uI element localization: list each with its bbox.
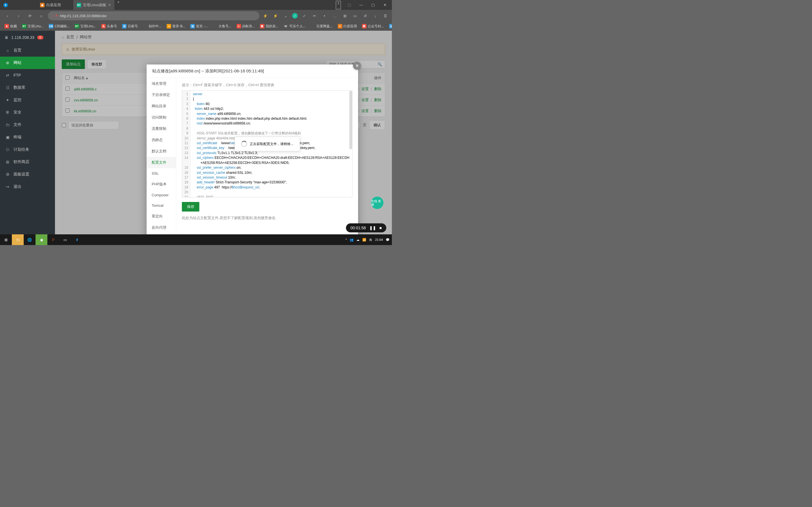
refresh-button[interactable]: ⟳ bbox=[26, 11, 35, 20]
modal-tab-11[interactable]: Tomcat bbox=[147, 200, 176, 211]
close-button[interactable]: ✕ bbox=[379, 1, 391, 9]
sidebar-item-软件商店[interactable]: ⊞软件商店 bbox=[0, 156, 55, 168]
panel-content: ⌂ 首页 / 网站管 ⚠ 使用宝塔Linux 添加站点 修改默 🔍 网站名 ▴ … bbox=[55, 31, 392, 234]
sidebar-item-网站[interactable]: ⊕网站 bbox=[0, 57, 55, 69]
sidebar-item-数据库[interactable]: ☷数据库 bbox=[0, 81, 55, 94]
scissors-icon[interactable]: ✂ bbox=[311, 12, 318, 19]
modal-tab-1[interactable]: 子目录绑定 bbox=[147, 89, 176, 101]
headphones-icon[interactable]: 🎧 bbox=[331, 12, 338, 19]
bookmark-item[interactable]: ★收藏 bbox=[3, 23, 18, 29]
bookmark-item[interactable]: C(6条消... bbox=[235, 23, 257, 29]
url-bar[interactable]: ○ ✕ http://1.116.208.33:8888/site bbox=[48, 11, 259, 20]
tray-people-icon[interactable]: 👥 bbox=[350, 238, 354, 242]
sidebar-item-面板设置[interactable]: ⚙面板设置 bbox=[0, 168, 55, 180]
menu-label: 数据库 bbox=[13, 85, 26, 90]
sidebar-item-安全[interactable]: ⛨安全 bbox=[0, 106, 55, 119]
bookmark-item[interactable]: W可乐个人... bbox=[282, 23, 307, 29]
check-icon[interactable]: ✓ bbox=[301, 12, 308, 19]
code-editor[interactable]: 1234567891011121314 15161718192021 serve… bbox=[182, 91, 352, 198]
tray-wifi-icon[interactable]: 📶 bbox=[362, 238, 366, 242]
menu-label: FTP bbox=[13, 73, 21, 77]
sidebar-item-FTP[interactable]: ⇄FTP bbox=[0, 69, 55, 81]
menu-icon: ▣ bbox=[5, 135, 10, 139]
bookmark-item[interactable]: 图公众号封... bbox=[360, 23, 386, 29]
forward-button[interactable]: › bbox=[14, 11, 23, 20]
bookmark-item[interactable]: BT宝塔Linu... bbox=[73, 23, 98, 29]
taskbar-app2[interactable]: ▭ bbox=[59, 234, 71, 245]
modal-tab-5[interactable]: 伪静态 bbox=[147, 134, 176, 146]
taskbar-app3[interactable]: ⬆ bbox=[71, 234, 83, 245]
tray-cloud-icon[interactable]: ☁ bbox=[356, 238, 359, 242]
modal-tab-3[interactable]: 访问限制 bbox=[147, 112, 176, 123]
taskbar-time[interactable]: 21:04 bbox=[375, 238, 383, 241]
online-support-badge[interactable]: 在线 客服 bbox=[371, 196, 384, 209]
modal-tab-13[interactable]: 反向代理 bbox=[147, 222, 176, 233]
modal-tab-9[interactable]: PHP版本 bbox=[147, 179, 176, 190]
sidebar-item-退出[interactable]: ↪退出 bbox=[0, 180, 55, 193]
download-icon[interactable]: ↓ bbox=[371, 12, 379, 19]
bookmark-icon[interactable]: ⭑ bbox=[321, 12, 328, 19]
maximize-button[interactable]: ▢ bbox=[367, 1, 378, 9]
taskbar-powerpoint[interactable]: P bbox=[47, 234, 59, 245]
menu-icon: ☷ bbox=[5, 86, 10, 90]
ime-indicator[interactable]: 央 bbox=[369, 238, 372, 242]
menu-icon[interactable]: ☰ bbox=[382, 12, 389, 19]
video-icon[interactable]: ▭ bbox=[351, 12, 359, 19]
stop-icon[interactable]: ■ bbox=[379, 226, 382, 230]
config-warning: 此处为站点主配置文件,若您不了解配置规则,请勿随意修改. bbox=[182, 216, 352, 221]
modal-tab-8[interactable]: SSL bbox=[147, 168, 176, 179]
sidebar-item-监控[interactable]: ✦监控 bbox=[0, 94, 55, 106]
bookmark-item[interactable]: 知首页 -... bbox=[189, 23, 209, 29]
chevron-down-icon[interactable]: ⌄ bbox=[282, 12, 289, 19]
bookmark-item[interactable]: 微我的首... bbox=[258, 23, 280, 29]
modal-tab-4[interactable]: 流量限制 bbox=[147, 123, 176, 134]
save-button[interactable]: 保存 bbox=[182, 202, 199, 212]
minimize-button[interactable]: — bbox=[356, 1, 367, 9]
home-button[interactable]: ⌂ bbox=[37, 11, 46, 20]
lightning-icon[interactable]: ⚡ bbox=[262, 12, 269, 19]
bookmark-item[interactable]: 135135编辑... bbox=[47, 23, 71, 29]
menu-icon: ⛨ bbox=[5, 110, 10, 115]
modal-tab-10[interactable]: Composer bbox=[147, 190, 176, 200]
modal-tab-7[interactable]: 配置文件 bbox=[147, 157, 176, 168]
modal-close-button[interactable]: ✕ bbox=[353, 62, 361, 69]
browser-tab-telegram[interactable]: ✈ bbox=[0, 0, 37, 10]
modal-tab-12[interactable]: 重定向 bbox=[147, 211, 176, 222]
extension-icon[interactable]: ⬚ bbox=[344, 1, 355, 9]
pause-icon[interactable]: ❚❚ bbox=[369, 226, 376, 230]
browser-tab-baicai[interactable]: ◉ 白菜应用 bbox=[37, 0, 73, 10]
scrollbar[interactable] bbox=[349, 91, 352, 149]
start-button[interactable]: ⊞ bbox=[0, 234, 12, 245]
tab-count-indicator: 2 bbox=[336, 1, 341, 9]
modal-tab-6[interactable]: 默认文档 bbox=[147, 146, 176, 157]
check-badge-icon[interactable]: ✓ bbox=[292, 13, 298, 18]
close-icon[interactable]: ✕ bbox=[108, 3, 111, 7]
sidebar-item-计划任务[interactable]: ⏲计划任务 bbox=[0, 144, 55, 156]
bookmark-item[interactable]: ●白菜应用 bbox=[336, 23, 359, 29]
bookmark-item[interactable]: ●登录-B... bbox=[165, 23, 187, 29]
modal-tab-2[interactable]: 网站目录 bbox=[147, 101, 176, 112]
sidebar-item-首页[interactable]: ⌂首页 bbox=[0, 44, 55, 57]
browser-tab-baota[interactable]: BT 宝塔Linux面板 ✕ bbox=[73, 0, 114, 10]
bookmark-item[interactable]: 大鱼号... bbox=[211, 23, 233, 29]
history-icon[interactable]: ↺ bbox=[361, 12, 369, 19]
notification-badge[interactable]: 0 bbox=[37, 36, 43, 40]
taskbar-app1[interactable]: ◉ bbox=[36, 234, 47, 245]
taskbar-edge[interactable]: 🌐 bbox=[24, 234, 36, 245]
taskbar-explorer[interactable]: 🗀 bbox=[12, 234, 24, 245]
apps-icon[interactable]: ⊞ bbox=[341, 12, 349, 19]
sidebar-item-文件[interactable]: 🗀文件 bbox=[0, 119, 55, 131]
notifications-icon[interactable]: 💬 bbox=[386, 238, 390, 242]
flash-icon[interactable]: ⚡ bbox=[272, 12, 279, 19]
sidebar-item-终端[interactable]: ▣终端 bbox=[0, 131, 55, 144]
new-tab-button[interactable]: + bbox=[114, 0, 122, 10]
modal-tab-0[interactable]: 域名管理 bbox=[147, 78, 176, 89]
bookmark-item[interactable]: 创作中... bbox=[141, 23, 163, 29]
tray-up-icon[interactable]: ^ bbox=[345, 238, 347, 241]
bookmark-item[interactable]: 头头条号 bbox=[100, 23, 119, 29]
bookmark-item[interactable]: BT宝塔Linu... bbox=[20, 23, 45, 29]
bookmark-item[interactable]: 百百家号 bbox=[120, 23, 140, 29]
bookmark-item[interactable]: 百度网盘... bbox=[309, 23, 335, 29]
back-button[interactable]: ‹ bbox=[3, 11, 12, 20]
bookmark-item[interactable]: 云腾讯云 bbox=[388, 23, 392, 29]
